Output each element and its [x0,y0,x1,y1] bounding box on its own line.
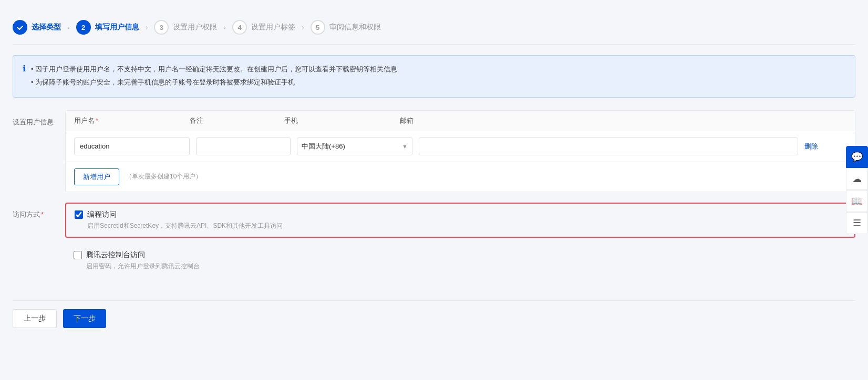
side-help-button[interactable]: 💬 [846,146,868,168]
cell-email [419,138,798,155]
prev-button[interactable]: 上一步 [13,309,57,328]
col-email: 邮箱 [400,116,804,125]
side-book-button[interactable]: 📖 [846,190,868,212]
info-icon: ℹ [23,64,26,73]
cell-note [196,138,291,155]
programming-access-label-row: 编程访问 [75,210,846,219]
help-icon: 💬 [851,151,863,163]
step-4-label: 设置用户标签 [251,23,295,32]
console-access-option: 腾讯云控制台访问 启用密码，允许用户登录到腾讯云控制台 [65,244,855,277]
side-cloud-button[interactable]: ☁ [846,168,868,190]
add-user-row: 新增用户 （单次最多创建10个用户） [66,162,855,192]
programming-access-label: 编程访问 [87,210,117,219]
col-note: 备注 [190,116,284,125]
list-icon: ☰ [853,217,861,229]
table-header: 用户名* 备注 手机 邮箱 [66,111,855,131]
user-info-form: 用户名* 备注 手机 邮箱 中国大陆(+86) [65,110,855,192]
page-container: 选择类型 › 2 填写用户信息 › 3 设置用户权限 › 4 设置用户标签 › [0,0,868,380]
access-options: 编程访问 启用SecretId和SecretKey，支持腾讯云API、SDK和其… [65,203,855,279]
cloud-icon: ☁ [852,173,862,185]
col-phone: 手机 [284,116,400,125]
table-row: 中国大陆(+86) 中国香港(+852) 中国澳门(+853) 中国台湾(+88… [66,131,855,162]
add-user-hint: （单次最多创建10个用户） [126,172,202,181]
step-1-label: 选择类型 [32,23,61,32]
col-action [804,116,846,125]
step-2-circle: 2 [76,20,91,35]
console-access-desc: 启用密码，允许用户登录到腾讯云控制台 [86,262,847,271]
step-5: 5 审阅信息和权限 [311,20,381,35]
delete-button[interactable]: 删除 [804,142,818,151]
programming-access-checkbox[interactable] [75,210,83,219]
stepper: 选择类型 › 2 填写用户信息 › 3 设置用户权限 › 4 设置用户标签 › [13,10,855,45]
step-4: 4 设置用户标签 [232,20,295,35]
step-3-circle: 3 [154,20,169,35]
access-section-label: 访问方式* [13,203,65,279]
checkmark-icon [16,24,24,31]
arrow-3: › [223,23,226,31]
bottom-buttons: 上一步 下一步 [13,300,855,336]
console-access-checkbox[interactable] [74,251,82,259]
arrow-2: › [146,23,148,31]
email-input[interactable] [419,138,798,155]
programming-access-option: 编程访问 启用SecretId和SecretKey，支持腾讯云API、SDK和其… [65,203,855,238]
next-button[interactable]: 下一步 [63,309,106,328]
step-2: 2 填写用户信息 [76,20,139,35]
side-actions: 💬 ☁ 📖 ☰ [846,146,868,234]
cell-phone: 中国大陆(+86) 中国香港(+852) 中国澳门(+853) 中国台湾(+88… [297,138,412,155]
info-text: • 因子用户登录使用用户名，不支持中文，用户名一经确定将无法更改。在创建用户后，… [31,63,397,90]
side-list-button[interactable]: ☰ [846,212,868,234]
programming-access-desc: 启用SecretId和SecretKey，支持腾讯云API、SDK和其他开发工具… [87,221,846,230]
cell-username [74,138,190,155]
step-5-circle: 5 [311,20,325,35]
username-input[interactable] [74,138,190,155]
step-1: 选择类型 [13,20,61,35]
arrow-1: › [67,23,70,31]
phone-select-wrap: 中国大陆(+86) 中国香港(+852) 中国澳门(+853) 中国台湾(+88… [297,138,412,155]
arrow-4: › [302,23,304,31]
cell-delete: 删除 [804,142,846,151]
phone-country-select[interactable]: 中国大陆(+86) 中国香港(+852) 中国澳门(+853) 中国台湾(+88… [297,138,402,155]
user-info-section: 设置用户信息 用户名* 备注 手机 邮箱 [13,110,855,192]
note-input[interactable] [196,138,291,155]
step-2-label: 填写用户信息 [95,23,139,32]
select-arrow-icon: ▼ [402,143,412,150]
step-3-label: 设置用户权限 [173,23,217,32]
info-banner: ℹ • 因子用户登录使用用户名，不支持中文，用户名一经确定将无法更改。在创建用户… [13,55,855,98]
col-username: 用户名* [74,116,190,125]
step-4-circle: 4 [232,20,247,35]
step-5-label: 审阅信息和权限 [329,23,381,32]
book-icon: 📖 [851,195,863,207]
console-access-label-row: 腾讯云控制台访问 [74,250,847,260]
console-access-label: 腾讯云控制台访问 [86,250,145,260]
access-section: 访问方式* 编程访问 启用SecretId和SecretKey，支持腾讯云API… [13,203,855,279]
step-3: 3 设置用户权限 [154,20,217,35]
step-1-circle [13,20,27,35]
add-user-button[interactable]: 新增用户 [74,168,119,185]
user-info-section-label: 设置用户信息 [13,110,65,192]
